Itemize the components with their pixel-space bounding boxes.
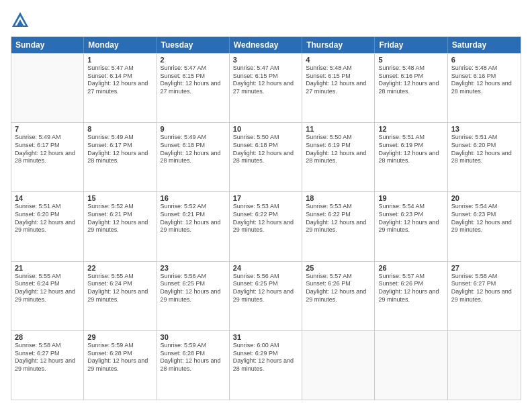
calendar-row: 21Sunrise: 5:55 AM Sunset: 6:24 PM Dayli… — [11, 261, 521, 330]
cell-info: Sunrise: 5:56 AM Sunset: 6:25 PM Dayligh… — [233, 273, 298, 304]
cell-info: Sunrise: 5:47 AM Sunset: 6:15 PM Dayligh… — [161, 64, 226, 96]
calendar-header-cell: Monday — [84, 37, 157, 53]
calendar-cell: 19Sunrise: 5:54 AM Sunset: 6:23 PM Dayli… — [375, 192, 447, 261]
page: SundayMondayTuesdayWednesdayThursdayFrid… — [0, 0, 532, 411]
cell-day-number: 30 — [161, 333, 226, 341]
cell-info: Sunrise: 5:49 AM Sunset: 6:18 PM Dayligh… — [161, 134, 226, 165]
calendar-cell: 11Sunrise: 5:50 AM Sunset: 6:19 PM Dayli… — [302, 123, 375, 191]
cell-info: Sunrise: 5:53 AM Sunset: 6:22 PM Dayligh… — [306, 203, 371, 234]
calendar-cell: 10Sunrise: 5:50 AM Sunset: 6:18 PM Dayli… — [230, 123, 302, 191]
cell-day-number: 31 — [233, 333, 298, 341]
cell-info: Sunrise: 5:48 AM Sunset: 6:15 PM Dayligh… — [306, 64, 371, 96]
cell-day-number: 13 — [451, 125, 517, 133]
calendar-cell: 14Sunrise: 5:51 AM Sunset: 6:20 PM Dayli… — [11, 192, 84, 261]
header — [11, 11, 521, 30]
calendar-cell: 27Sunrise: 5:58 AM Sunset: 6:27 PM Dayli… — [448, 262, 521, 330]
cell-info: Sunrise: 5:49 AM Sunset: 6:17 PM Dayligh… — [15, 134, 80, 165]
cell-day-number: 24 — [233, 264, 298, 272]
cell-info: Sunrise: 6:00 AM Sunset: 6:29 PM Dayligh… — [233, 342, 298, 373]
calendar-cell: 24Sunrise: 5:56 AM Sunset: 6:25 PM Dayli… — [230, 262, 302, 330]
calendar-row: 28Sunrise: 5:58 AM Sunset: 6:27 PM Dayli… — [11, 330, 521, 400]
cell-day-number: 12 — [378, 125, 443, 133]
calendar-cell: 20Sunrise: 5:54 AM Sunset: 6:23 PM Dayli… — [448, 192, 521, 261]
cell-info: Sunrise: 5:51 AM Sunset: 6:20 PM Dayligh… — [15, 203, 80, 234]
calendar-cell: 3Sunrise: 5:47 AM Sunset: 6:15 PM Daylig… — [230, 54, 302, 122]
calendar-cell: 6Sunrise: 5:48 AM Sunset: 6:16 PM Daylig… — [448, 54, 521, 122]
calendar-cell: 1Sunrise: 5:47 AM Sunset: 6:14 PM Daylig… — [84, 54, 157, 122]
calendar-cell: 12Sunrise: 5:51 AM Sunset: 6:19 PM Dayli… — [375, 123, 447, 191]
cell-info: Sunrise: 5:57 AM Sunset: 6:26 PM Dayligh… — [378, 273, 443, 304]
cell-info: Sunrise: 5:59 AM Sunset: 6:28 PM Dayligh… — [161, 342, 226, 373]
calendar-header-cell: Sunday — [11, 37, 84, 53]
calendar-cell — [375, 331, 447, 400]
cell-info: Sunrise: 5:52 AM Sunset: 6:21 PM Dayligh… — [161, 203, 226, 234]
calendar-cell: 22Sunrise: 5:55 AM Sunset: 6:24 PM Dayli… — [84, 262, 157, 330]
calendar-cell: 5Sunrise: 5:48 AM Sunset: 6:16 PM Daylig… — [375, 54, 447, 122]
cell-day-number: 20 — [451, 194, 517, 202]
cell-day-number: 11 — [306, 125, 371, 133]
cell-info: Sunrise: 5:52 AM Sunset: 6:21 PM Dayligh… — [87, 203, 152, 234]
calendar-cell: 13Sunrise: 5:51 AM Sunset: 6:20 PM Dayli… — [448, 123, 521, 191]
calendar-cell: 16Sunrise: 5:52 AM Sunset: 6:21 PM Dayli… — [157, 192, 230, 261]
cell-day-number: 17 — [233, 194, 298, 202]
cell-info: Sunrise: 5:50 AM Sunset: 6:18 PM Dayligh… — [233, 134, 298, 165]
cell-day-number: 18 — [306, 194, 371, 202]
cell-day-number: 4 — [306, 56, 371, 64]
cell-day-number: 7 — [15, 125, 80, 133]
cell-day-number: 22 — [87, 264, 152, 272]
cell-info: Sunrise: 5:48 AM Sunset: 6:16 PM Dayligh… — [451, 64, 517, 96]
calendar-cell — [302, 331, 375, 400]
cell-day-number: 9 — [161, 125, 226, 133]
calendar-header-cell: Thursday — [302, 37, 375, 53]
cell-info: Sunrise: 5:59 AM Sunset: 6:28 PM Dayligh… — [87, 342, 152, 373]
calendar-header-cell: Wednesday — [230, 37, 302, 53]
cell-info: Sunrise: 5:51 AM Sunset: 6:20 PM Dayligh… — [451, 134, 517, 165]
cell-info: Sunrise: 5:55 AM Sunset: 6:24 PM Dayligh… — [87, 273, 152, 304]
calendar-row: 1Sunrise: 5:47 AM Sunset: 6:14 PM Daylig… — [11, 53, 521, 122]
cell-day-number: 29 — [87, 333, 152, 341]
calendar-cell: 23Sunrise: 5:56 AM Sunset: 6:25 PM Dayli… — [157, 262, 230, 330]
cell-info: Sunrise: 5:53 AM Sunset: 6:22 PM Dayligh… — [233, 203, 298, 234]
logo — [11, 11, 31, 30]
cell-day-number: 5 — [378, 56, 443, 64]
cell-info: Sunrise: 5:57 AM Sunset: 6:26 PM Dayligh… — [306, 273, 371, 304]
calendar-cell: 31Sunrise: 6:00 AM Sunset: 6:29 PM Dayli… — [230, 331, 302, 400]
cell-day-number: 28 — [15, 333, 80, 341]
cell-day-number: 25 — [306, 264, 371, 272]
calendar-header-cell: Saturday — [448, 37, 521, 53]
cell-info: Sunrise: 5:47 AM Sunset: 6:15 PM Dayligh… — [233, 64, 298, 96]
cell-day-number: 10 — [233, 125, 298, 133]
calendar-cell: 17Sunrise: 5:53 AM Sunset: 6:22 PM Dayli… — [230, 192, 302, 261]
calendar-cell: 28Sunrise: 5:58 AM Sunset: 6:27 PM Dayli… — [11, 331, 84, 400]
cell-day-number: 21 — [15, 264, 80, 272]
cell-day-number: 26 — [378, 264, 443, 272]
cell-day-number: 16 — [161, 194, 226, 202]
cell-info: Sunrise: 5:58 AM Sunset: 6:27 PM Dayligh… — [15, 342, 80, 373]
cell-info: Sunrise: 5:55 AM Sunset: 6:24 PM Dayligh… — [15, 273, 80, 304]
calendar-header: SundayMondayTuesdayWednesdayThursdayFrid… — [11, 37, 521, 53]
calendar-cell: 18Sunrise: 5:53 AM Sunset: 6:22 PM Dayli… — [302, 192, 375, 261]
calendar-cell: 4Sunrise: 5:48 AM Sunset: 6:15 PM Daylig… — [302, 54, 375, 122]
cell-info: Sunrise: 5:50 AM Sunset: 6:19 PM Dayligh… — [306, 134, 371, 165]
cell-day-number: 19 — [378, 194, 443, 202]
calendar-cell: 29Sunrise: 5:59 AM Sunset: 6:28 PM Dayli… — [84, 331, 157, 400]
logo-icon — [11, 11, 30, 30]
cell-info: Sunrise: 5:47 AM Sunset: 6:14 PM Dayligh… — [87, 64, 152, 96]
calendar-header-cell: Tuesday — [157, 37, 230, 53]
calendar-cell: 15Sunrise: 5:52 AM Sunset: 6:21 PM Dayli… — [84, 192, 157, 261]
cell-day-number: 8 — [87, 125, 152, 133]
calendar: SundayMondayTuesdayWednesdayThursdayFrid… — [11, 36, 521, 400]
calendar-cell: 7Sunrise: 5:49 AM Sunset: 6:17 PM Daylig… — [11, 123, 84, 191]
calendar-cell — [448, 331, 521, 400]
cell-info: Sunrise: 5:54 AM Sunset: 6:23 PM Dayligh… — [451, 203, 517, 234]
cell-day-number: 1 — [87, 56, 152, 64]
calendar-cell: 8Sunrise: 5:49 AM Sunset: 6:17 PM Daylig… — [84, 123, 157, 191]
cell-info: Sunrise: 5:48 AM Sunset: 6:16 PM Dayligh… — [378, 64, 443, 96]
calendar-cell — [11, 54, 84, 122]
calendar-cell: 21Sunrise: 5:55 AM Sunset: 6:24 PM Dayli… — [11, 262, 84, 330]
cell-info: Sunrise: 5:49 AM Sunset: 6:17 PM Dayligh… — [87, 134, 152, 165]
cell-day-number: 14 — [15, 194, 80, 202]
cell-info: Sunrise: 5:58 AM Sunset: 6:27 PM Dayligh… — [451, 273, 517, 304]
calendar-cell: 2Sunrise: 5:47 AM Sunset: 6:15 PM Daylig… — [157, 54, 230, 122]
cell-day-number: 3 — [233, 56, 298, 64]
